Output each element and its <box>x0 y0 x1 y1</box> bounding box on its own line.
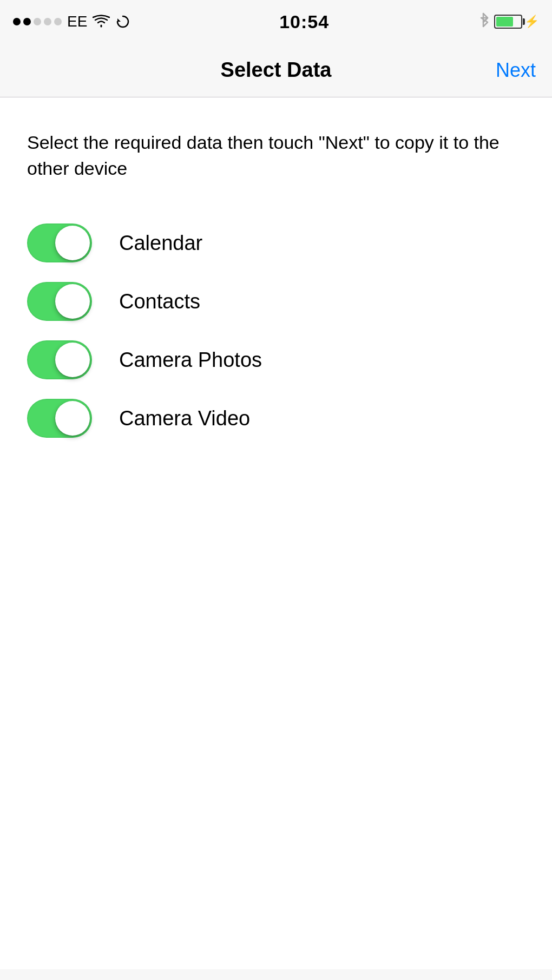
status-bar: EE 10:54 ⚡ <box>0 0 552 43</box>
charging-icon: ⚡ <box>524 15 539 29</box>
toggle-list: Calendar Contacts Camera Photos Camera V… <box>27 214 525 448</box>
camera-video-label: Camera Video <box>119 407 250 430</box>
contacts-label: Contacts <box>119 290 200 313</box>
toggle-item-contacts: Contacts <box>27 272 525 331</box>
main-content: Select the required data then touch "Nex… <box>0 97 552 969</box>
instruction-text: Select the required data then touch "Nex… <box>27 130 525 181</box>
toggle-item-camera-video: Camera Video <box>27 389 525 448</box>
signal-dot-2 <box>23 18 31 25</box>
bluetooth-icon <box>478 12 489 31</box>
signal-dot-4 <box>44 18 51 25</box>
status-right: ⚡ <box>478 12 539 31</box>
battery-icon <box>494 15 522 29</box>
next-button[interactable]: Next <box>496 59 536 82</box>
camera-video-toggle-knob <box>55 401 90 436</box>
calendar-toggle-knob <box>55 226 90 260</box>
toggle-item-calendar: Calendar <box>27 214 525 272</box>
toggle-item-camera-photos: Camera Photos <box>27 331 525 389</box>
carrier-label: EE <box>67 13 87 30</box>
navigation-bar: Select Data Next <box>0 43 552 97</box>
clock: 10:54 <box>279 11 329 32</box>
status-left: EE <box>13 13 130 30</box>
content-area: Select the required data then touch "Nex… <box>0 97 552 469</box>
signal-indicator <box>13 18 62 25</box>
battery-indicator: ⚡ <box>494 15 539 29</box>
contacts-toggle-knob <box>55 284 90 319</box>
signal-dot-5 <box>54 18 62 25</box>
camera-photos-toggle[interactable] <box>27 340 92 379</box>
battery-fill <box>496 17 513 27</box>
camera-video-toggle[interactable] <box>27 399 92 438</box>
contacts-toggle[interactable] <box>27 282 92 321</box>
camera-photos-toggle-knob <box>55 343 90 377</box>
camera-photos-label: Camera Photos <box>119 348 262 372</box>
signal-dot-1 <box>13 18 21 25</box>
signal-dot-3 <box>34 18 41 25</box>
calendar-toggle[interactable] <box>27 223 92 262</box>
refresh-icon <box>115 14 130 29</box>
page-title: Select Data <box>221 58 332 82</box>
svg-marker-0 <box>117 18 121 22</box>
calendar-label: Calendar <box>119 232 202 255</box>
wifi-icon <box>93 15 110 29</box>
